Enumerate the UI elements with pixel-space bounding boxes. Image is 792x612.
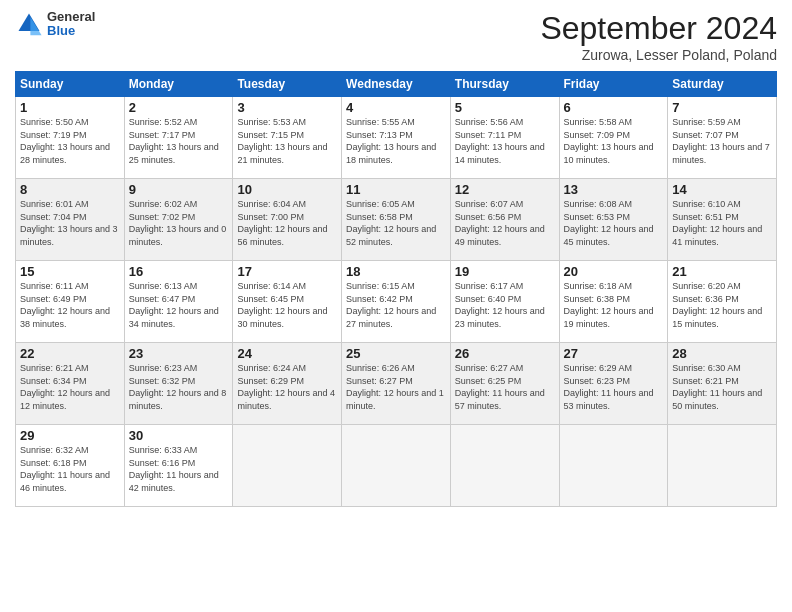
day-detail: Sunrise: 6:05 AMSunset: 6:58 PMDaylight:… xyxy=(346,199,436,247)
logo-blue: Blue xyxy=(47,24,95,38)
day-number: 16 xyxy=(129,264,229,279)
day-number: 15 xyxy=(20,264,120,279)
day-number: 22 xyxy=(20,346,120,361)
week-row-4: 22Sunrise: 6:21 AMSunset: 6:34 PMDayligh… xyxy=(16,343,777,425)
calendar-cell: 5Sunrise: 5:56 AMSunset: 7:11 PMDaylight… xyxy=(450,97,559,179)
day-detail: Sunrise: 5:58 AMSunset: 7:09 PMDaylight:… xyxy=(564,117,654,165)
day-detail: Sunrise: 6:26 AMSunset: 6:27 PMDaylight:… xyxy=(346,363,444,411)
calendar-cell: 7Sunrise: 5:59 AMSunset: 7:07 PMDaylight… xyxy=(668,97,777,179)
calendar-cell: 19Sunrise: 6:17 AMSunset: 6:40 PMDayligh… xyxy=(450,261,559,343)
calendar-cell: 26Sunrise: 6:27 AMSunset: 6:25 PMDayligh… xyxy=(450,343,559,425)
day-detail: Sunrise: 6:29 AMSunset: 6:23 PMDaylight:… xyxy=(564,363,654,411)
day-detail: Sunrise: 6:21 AMSunset: 6:34 PMDaylight:… xyxy=(20,363,110,411)
day-detail: Sunrise: 6:17 AMSunset: 6:40 PMDaylight:… xyxy=(455,281,545,329)
day-detail: Sunrise: 6:20 AMSunset: 6:36 PMDaylight:… xyxy=(672,281,762,329)
day-number: 13 xyxy=(564,182,664,197)
day-detail: Sunrise: 6:24 AMSunset: 6:29 PMDaylight:… xyxy=(237,363,335,411)
calendar-cell: 28Sunrise: 6:30 AMSunset: 6:21 PMDayligh… xyxy=(668,343,777,425)
day-number: 7 xyxy=(672,100,772,115)
day-detail: Sunrise: 6:27 AMSunset: 6:25 PMDaylight:… xyxy=(455,363,545,411)
day-number: 21 xyxy=(672,264,772,279)
calendar-cell: 8Sunrise: 6:01 AMSunset: 7:04 PMDaylight… xyxy=(16,179,125,261)
day-detail: Sunrise: 6:10 AMSunset: 6:51 PMDaylight:… xyxy=(672,199,762,247)
day-number: 18 xyxy=(346,264,446,279)
calendar-cell: 15Sunrise: 6:11 AMSunset: 6:49 PMDayligh… xyxy=(16,261,125,343)
calendar-table: Sunday Monday Tuesday Wednesday Thursday… xyxy=(15,71,777,507)
day-number: 4 xyxy=(346,100,446,115)
calendar-cell xyxy=(559,425,668,507)
logo-general: General xyxy=(47,10,95,24)
day-number: 27 xyxy=(564,346,664,361)
logo: General Blue xyxy=(15,10,95,39)
day-detail: Sunrise: 6:13 AMSunset: 6:47 PMDaylight:… xyxy=(129,281,219,329)
calendar-cell: 18Sunrise: 6:15 AMSunset: 6:42 PMDayligh… xyxy=(342,261,451,343)
header-friday: Friday xyxy=(559,72,668,97)
day-number: 23 xyxy=(129,346,229,361)
day-detail: Sunrise: 6:14 AMSunset: 6:45 PMDaylight:… xyxy=(237,281,327,329)
day-detail: Sunrise: 5:53 AMSunset: 7:15 PMDaylight:… xyxy=(237,117,327,165)
day-detail: Sunrise: 6:30 AMSunset: 6:21 PMDaylight:… xyxy=(672,363,762,411)
calendar-cell: 2Sunrise: 5:52 AMSunset: 7:17 PMDaylight… xyxy=(124,97,233,179)
calendar-cell xyxy=(342,425,451,507)
day-number: 1 xyxy=(20,100,120,115)
day-detail: Sunrise: 6:18 AMSunset: 6:38 PMDaylight:… xyxy=(564,281,654,329)
day-number: 14 xyxy=(672,182,772,197)
day-detail: Sunrise: 6:08 AMSunset: 6:53 PMDaylight:… xyxy=(564,199,654,247)
day-number: 19 xyxy=(455,264,555,279)
svg-marker-1 xyxy=(30,17,41,35)
day-detail: Sunrise: 6:07 AMSunset: 6:56 PMDaylight:… xyxy=(455,199,545,247)
calendar-cell: 30Sunrise: 6:33 AMSunset: 6:16 PMDayligh… xyxy=(124,425,233,507)
header-wednesday: Wednesday xyxy=(342,72,451,97)
header-saturday: Saturday xyxy=(668,72,777,97)
day-detail: Sunrise: 6:02 AMSunset: 7:02 PMDaylight:… xyxy=(129,199,227,247)
day-detail: Sunrise: 5:56 AMSunset: 7:11 PMDaylight:… xyxy=(455,117,545,165)
day-number: 28 xyxy=(672,346,772,361)
calendar-page: General Blue September 2024 Zurowa, Less… xyxy=(0,0,792,612)
calendar-cell xyxy=(233,425,342,507)
calendar-cell: 1Sunrise: 5:50 AMSunset: 7:19 PMDaylight… xyxy=(16,97,125,179)
calendar-cell: 23Sunrise: 6:23 AMSunset: 6:32 PMDayligh… xyxy=(124,343,233,425)
day-detail: Sunrise: 6:04 AMSunset: 7:00 PMDaylight:… xyxy=(237,199,327,247)
calendar-cell: 16Sunrise: 6:13 AMSunset: 6:47 PMDayligh… xyxy=(124,261,233,343)
calendar-cell: 17Sunrise: 6:14 AMSunset: 6:45 PMDayligh… xyxy=(233,261,342,343)
calendar-cell: 25Sunrise: 6:26 AMSunset: 6:27 PMDayligh… xyxy=(342,343,451,425)
day-detail: Sunrise: 6:23 AMSunset: 6:32 PMDaylight:… xyxy=(129,363,227,411)
calendar-cell: 3Sunrise: 5:53 AMSunset: 7:15 PMDaylight… xyxy=(233,97,342,179)
day-number: 24 xyxy=(237,346,337,361)
calendar-cell xyxy=(450,425,559,507)
weekday-header-row: Sunday Monday Tuesday Wednesday Thursday… xyxy=(16,72,777,97)
calendar-cell xyxy=(668,425,777,507)
calendar-cell: 27Sunrise: 6:29 AMSunset: 6:23 PMDayligh… xyxy=(559,343,668,425)
day-number: 12 xyxy=(455,182,555,197)
calendar-cell: 4Sunrise: 5:55 AMSunset: 7:13 PMDaylight… xyxy=(342,97,451,179)
calendar-cell: 12Sunrise: 6:07 AMSunset: 6:56 PMDayligh… xyxy=(450,179,559,261)
day-detail: Sunrise: 5:50 AMSunset: 7:19 PMDaylight:… xyxy=(20,117,110,165)
day-detail: Sunrise: 5:52 AMSunset: 7:17 PMDaylight:… xyxy=(129,117,219,165)
header: General Blue September 2024 Zurowa, Less… xyxy=(15,10,777,63)
header-thursday: Thursday xyxy=(450,72,559,97)
week-row-2: 8Sunrise: 6:01 AMSunset: 7:04 PMDaylight… xyxy=(16,179,777,261)
day-number: 9 xyxy=(129,182,229,197)
day-detail: Sunrise: 5:59 AMSunset: 7:07 PMDaylight:… xyxy=(672,117,770,165)
header-monday: Monday xyxy=(124,72,233,97)
day-number: 6 xyxy=(564,100,664,115)
day-detail: Sunrise: 6:33 AMSunset: 6:16 PMDaylight:… xyxy=(129,445,219,493)
day-number: 17 xyxy=(237,264,337,279)
day-number: 29 xyxy=(20,428,120,443)
day-detail: Sunrise: 6:01 AMSunset: 7:04 PMDaylight:… xyxy=(20,199,118,247)
calendar-cell: 29Sunrise: 6:32 AMSunset: 6:18 PMDayligh… xyxy=(16,425,125,507)
calendar-cell: 21Sunrise: 6:20 AMSunset: 6:36 PMDayligh… xyxy=(668,261,777,343)
day-number: 2 xyxy=(129,100,229,115)
day-number: 11 xyxy=(346,182,446,197)
calendar-cell: 6Sunrise: 5:58 AMSunset: 7:09 PMDaylight… xyxy=(559,97,668,179)
day-number: 8 xyxy=(20,182,120,197)
week-row-5: 29Sunrise: 6:32 AMSunset: 6:18 PMDayligh… xyxy=(16,425,777,507)
calendar-cell: 24Sunrise: 6:24 AMSunset: 6:29 PMDayligh… xyxy=(233,343,342,425)
day-detail: Sunrise: 5:55 AMSunset: 7:13 PMDaylight:… xyxy=(346,117,436,165)
calendar-cell: 13Sunrise: 6:08 AMSunset: 6:53 PMDayligh… xyxy=(559,179,668,261)
day-number: 25 xyxy=(346,346,446,361)
day-detail: Sunrise: 6:11 AMSunset: 6:49 PMDaylight:… xyxy=(20,281,110,329)
logo-text: General Blue xyxy=(47,10,95,39)
day-detail: Sunrise: 6:32 AMSunset: 6:18 PMDaylight:… xyxy=(20,445,110,493)
calendar-cell: 9Sunrise: 6:02 AMSunset: 7:02 PMDaylight… xyxy=(124,179,233,261)
